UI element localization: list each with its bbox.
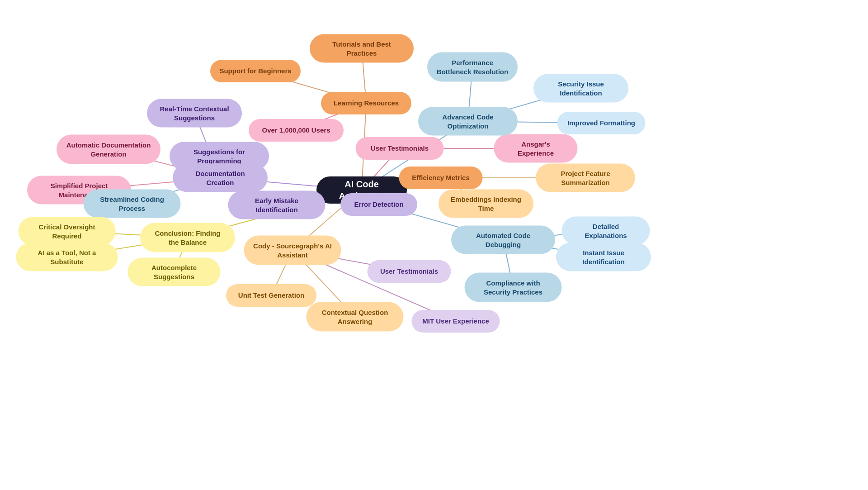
node-real-time[interactable]: Real-Time Contextual Suggestions xyxy=(147,99,242,128)
node-detailed-explain[interactable]: Detailed Explanations xyxy=(562,217,650,245)
node-conclusion[interactable]: Conclusion: Finding the Balance xyxy=(140,223,235,252)
node-perf-bottleneck[interactable]: Performance Bottleneck Resolution xyxy=(427,52,518,82)
node-instant-issue[interactable]: Instant Issue Identification xyxy=(556,243,651,271)
node-support-beginners[interactable]: Support for Beginners xyxy=(210,60,301,82)
node-user-test2[interactable]: User Testimonials xyxy=(368,260,451,283)
node-efficiency-metrics[interactable]: Efficiency Metrics xyxy=(399,167,483,189)
node-compliance[interactable]: Compliance with Security Practices xyxy=(465,273,562,302)
node-user-testimonials[interactable]: User Testimonials xyxy=(356,137,444,160)
node-early-mistake[interactable]: Early Mistake Identification xyxy=(228,191,326,219)
node-security-issue[interactable]: Security Issue Identification xyxy=(533,74,628,103)
node-over-million[interactable]: Over 1,000,000 Users xyxy=(249,119,344,142)
node-autocomplete[interactable]: Autocomplete Suggestions xyxy=(128,258,221,286)
node-error-detection[interactable]: Error Detection xyxy=(340,193,417,216)
node-auto-doc[interactable]: Automatic Documentation Generation xyxy=(57,135,160,164)
node-critical-oversight[interactable]: Critical Oversight Required xyxy=(19,217,116,246)
node-mit-user[interactable]: MIT User Experience xyxy=(412,310,500,333)
node-cody[interactable]: Cody - Sourcegraph's AI Assistant xyxy=(244,236,341,265)
node-ai-tool[interactable]: AI as a Tool, Not a Substitute xyxy=(16,243,118,271)
node-unit-test[interactable]: Unit Test Generation xyxy=(226,284,316,307)
node-documentation-creation[interactable]: Documentation Creation xyxy=(173,164,268,192)
node-learning-resources[interactable]: Learning Resources xyxy=(321,92,411,114)
node-tutorials[interactable]: Tutorials and Best Practices xyxy=(310,34,414,63)
mindmap-container: AI Code AssistantsTutorials and Best Pra… xyxy=(0,0,868,490)
node-contextual-qa[interactable]: Contextual Question Answering xyxy=(307,302,404,332)
node-improved-formatting[interactable]: Improved Formatting xyxy=(557,112,646,134)
node-automated-debug[interactable]: Automated Code Debugging xyxy=(451,226,555,254)
node-project-feature[interactable]: Project Feature Summarization xyxy=(536,164,635,192)
node-ansgars[interactable]: Ansgar's Experience xyxy=(494,134,578,163)
node-embeddings[interactable]: Embeddings Indexing Time xyxy=(439,190,533,218)
node-advanced-opt[interactable]: Advanced Code Optimization xyxy=(418,107,518,136)
node-streamlined[interactable]: Streamlined Coding Process xyxy=(84,190,181,218)
